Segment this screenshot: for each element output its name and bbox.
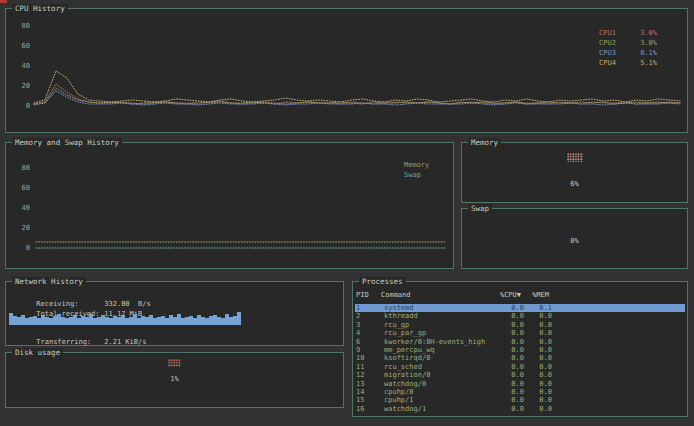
process-row[interactable]: 16watchdog/10.00.0 (355, 405, 685, 413)
cpu-legend-value: 3.0% (627, 38, 657, 48)
processes-table-header: PID Command %CPU▼ %MEM (356, 291, 684, 300)
disk-gauge-value: 1% (6, 375, 343, 383)
cpu-legend-name: CPU3 (599, 48, 627, 58)
cpu-legend-item: CPU30.1% (599, 48, 657, 58)
process-command: rcu_gp (381, 321, 496, 329)
cpu-legend-item: CPU45.1% (599, 58, 657, 68)
process-cpu: 0.0 (496, 388, 524, 396)
process-mem: 0.0 (524, 321, 552, 329)
process-command: rcu_par_gp (381, 329, 496, 337)
memory-swap-legend: MemorySwap (404, 160, 429, 180)
process-mem: 0.0 (524, 371, 552, 379)
process-cpu: 0.0 (496, 346, 524, 354)
cpu-legend-item: CPU23.0% (599, 38, 657, 48)
network-sparkline-chart (9, 310, 241, 325)
process-row[interactable]: 11rcu_sched0.00.0 (355, 363, 685, 371)
process-row[interactable]: 2kthreadd0.00.0 (355, 312, 685, 320)
process-row[interactable]: 9mm_percpu_wq0.00.0 (355, 346, 685, 354)
axis-tick-label: 0 (12, 244, 30, 252)
process-command: kworker/0:0H-events_high (381, 338, 496, 346)
axis-tick-label: 40 (12, 62, 30, 70)
process-command: cpuhp/0 (381, 388, 496, 396)
cpu-history-title: CPU History (12, 4, 68, 13)
process-row[interactable]: 14cpuhp/00.00.0 (355, 388, 685, 396)
network-history-title: Network History (12, 277, 86, 286)
cpu-legend-value: 3.0% (627, 28, 657, 38)
processes-table-body: 1systemd0.00.12kthreadd0.00.03rcu_gp0.00… (355, 304, 685, 413)
system-monitor-screen: CPU History 020406080 CPU13.0%CPU23.0%CP… (0, 0, 694, 426)
process-mem: 0.0 (524, 354, 552, 362)
process-mem: 0.1 (524, 304, 552, 312)
process-pid: 9 (356, 346, 381, 354)
axis-tick-label: 20 (12, 82, 30, 90)
process-command: rcu_sched (381, 363, 496, 371)
process-command: migration/0 (381, 371, 496, 379)
process-mem: 0.0 (524, 388, 552, 396)
memory-swap-history-title: Memory and Swap History (12, 138, 122, 147)
network-transferring-value: 2.21 KiB/s (104, 338, 146, 346)
swap-panel: Swap 0% (461, 208, 688, 269)
disk-gauge (6, 359, 343, 367)
memory-gauge-dots (567, 153, 583, 162)
process-row[interactable]: 6kworker/0:0H-events_high0.00.0 (355, 338, 685, 346)
process-cpu: 0.0 (496, 405, 524, 413)
column-header-pid[interactable]: PID (356, 291, 381, 300)
processes-title: Processes (359, 277, 406, 286)
process-command: cpuhp/1 (381, 396, 496, 404)
process-pid: 6 (356, 338, 381, 346)
memory-title: Memory (468, 138, 501, 147)
process-pid: 16 (356, 405, 381, 413)
column-header-command[interactable]: Command (381, 291, 493, 300)
swap-title: Swap (468, 204, 492, 213)
process-cpu: 0.0 (496, 329, 524, 337)
process-pid: 14 (356, 388, 381, 396)
axis-tick-label: 0 (12, 102, 30, 110)
axis-tick-label: 80 (12, 22, 30, 30)
axis-tick-label: 60 (12, 184, 30, 192)
process-row[interactable]: 4rcu_par_gp0.00.0 (355, 329, 685, 337)
processes-panel: Processes PID Command %CPU▼ %MEM 1system… (352, 281, 688, 417)
process-command: watchdog/0 (381, 380, 496, 388)
cpu-history-chart (32, 9, 684, 111)
process-cpu: 0.0 (496, 380, 524, 388)
axis-tick-label: 80 (12, 164, 30, 172)
axis-tick-label: 60 (12, 42, 30, 50)
process-command: watchdog/1 (381, 405, 496, 413)
process-row[interactable]: 12migration/00.00.0 (355, 371, 685, 379)
column-header-mem[interactable]: %MEM (521, 291, 549, 300)
process-pid: 11 (356, 363, 381, 371)
disk-gauge-dots (168, 359, 181, 367)
swap-gauge-value: 0% (462, 237, 687, 245)
process-mem: 0.0 (524, 346, 552, 354)
process-pid: 10 (356, 354, 381, 362)
process-cpu: 0.0 (496, 363, 524, 371)
process-cpu: 0.0 (496, 338, 524, 346)
process-pid: 1 (356, 304, 381, 312)
process-row[interactable]: 1systemd0.00.1 (355, 304, 685, 312)
process-cpu: 0.0 (496, 312, 524, 320)
process-cpu: 0.0 (496, 321, 524, 329)
process-cpu: 0.0 (496, 371, 524, 379)
process-mem: 0.0 (524, 380, 552, 388)
process-pid: 3 (356, 321, 381, 329)
cpu-legend-value: 0.1% (627, 48, 657, 58)
column-header-cpu[interactable]: %CPU▼ (493, 291, 521, 300)
process-mem: 0.0 (524, 363, 552, 371)
cpu-legend-item: CPU13.0% (599, 28, 657, 38)
process-command: ksoftirqd/0 (381, 354, 496, 362)
memory-swap-chart (30, 143, 452, 255)
process-row[interactable]: 10ksoftirqd/00.00.0 (355, 354, 685, 362)
process-row[interactable]: 15cpuhp/10.00.0 (355, 396, 685, 404)
process-row[interactable]: 13watchdog/00.00.0 (355, 380, 685, 388)
disk-usage-panel: Disk usage 1% (5, 352, 344, 408)
process-command: mm_percpu_wq (381, 346, 496, 354)
cpu-history-panel: CPU History 020406080 CPU13.0%CPU23.0%CP… (5, 8, 688, 133)
memory-gauge-value: 6% (462, 180, 687, 188)
process-pid: 2 (356, 312, 381, 320)
memory-gauge (462, 153, 687, 162)
process-mem: 0.0 (524, 329, 552, 337)
process-row[interactable]: 3rcu_gp0.00.0 (355, 321, 685, 329)
disk-usage-title: Disk usage (12, 348, 63, 357)
cpu-legend-value: 5.1% (627, 58, 657, 68)
axis-tick-label: 20 (12, 224, 30, 232)
